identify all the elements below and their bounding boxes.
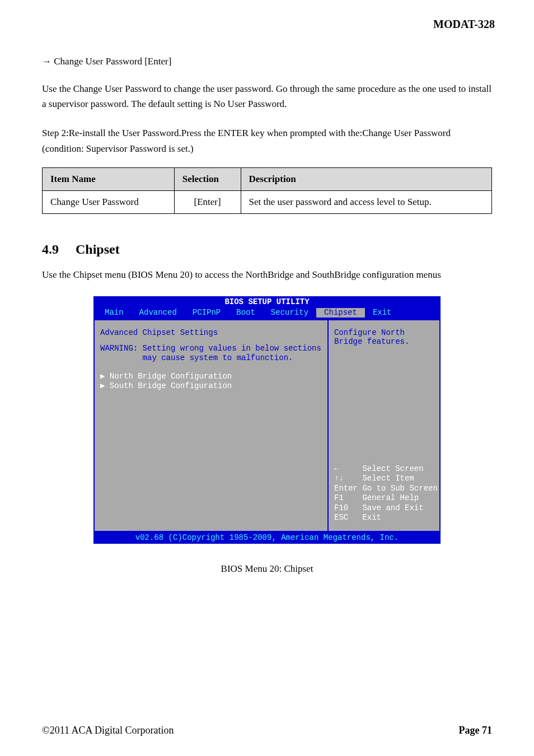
table-row: Change User Password [Enter] Set the use… xyxy=(43,190,492,213)
bios-tab-advanced[interactable]: Advanced xyxy=(132,308,185,318)
footer-copyright: ©2011 ACA Digital Corporation xyxy=(42,725,174,736)
bios-tab-pcipnp[interactable]: PCIPnP xyxy=(185,308,228,318)
table-header-selection: Selection xyxy=(174,167,241,190)
heading-text: Chipset xyxy=(76,242,120,256)
bios-submenu-south[interactable]: ▶ South Bridge Configuration xyxy=(100,381,322,391)
table-cell-item: Change User Password xyxy=(43,190,175,213)
bios-warning: WARNING: Setting wrong values in below s… xyxy=(100,344,322,363)
page-header: MODAT-328 xyxy=(433,18,495,31)
bios-tab-main[interactable]: Main xyxy=(97,308,132,318)
heading-description: Use the Chipset menu (BIOS Menu 20) to a… xyxy=(42,267,492,282)
bios-key-hints: ← Select Screen ↑↓ Select Item Enter Go … xyxy=(334,464,434,523)
table-cell-description: Set the user password and access level t… xyxy=(241,190,491,213)
option-description: Use the Change User Password to change t… xyxy=(42,81,492,111)
table-header-description: Description xyxy=(241,167,491,190)
bios-tab-security[interactable]: Security xyxy=(263,308,316,318)
bios-tab-boot[interactable]: Boot xyxy=(228,308,263,318)
heading-number: 4.9 xyxy=(42,242,59,256)
step-description: Step 2:Re-install the User Password.Pres… xyxy=(42,125,492,156)
bios-title: BIOS SETUP UTILITY xyxy=(93,296,441,308)
table-cell-selection: [Enter] xyxy=(174,190,241,213)
bios-submenu-north[interactable]: ▶ North Bridge Configuration xyxy=(100,372,322,381)
bios-tabs: Main Advanced PCIPnP Boot Security Chips… xyxy=(93,308,441,319)
bios-tab-exit[interactable]: Exit xyxy=(365,308,400,318)
options-table: Item Name Selection Description Change U… xyxy=(42,167,492,214)
bios-panel-title: Advanced Chipset Settings xyxy=(100,328,322,338)
section-heading: 4.9Chipset xyxy=(42,242,492,257)
table-header-item: Item Name xyxy=(43,167,175,190)
footer-page-number: Page 71 xyxy=(459,725,492,736)
option-label: → Change User Password [Enter] xyxy=(42,56,492,67)
bios-tab-chipset[interactable]: Chipset xyxy=(316,308,365,318)
bios-help-text: Configure North Bridge features. xyxy=(334,328,434,347)
bios-footer: v02.68 (C)Copyright 1985-2009, American … xyxy=(93,532,441,544)
page-footer: ©2011 ACA Digital Corporation Page 71 xyxy=(0,725,534,736)
bios-screenshot: BIOS SETUP UTILITY Main Advanced PCIPnP … xyxy=(93,296,441,544)
bios-left-panel: Advanced Chipset Settings WARNING: Setti… xyxy=(95,319,327,532)
figure-label: BIOS Menu 20: Chipset xyxy=(42,563,492,575)
bios-right-panel: Configure North Bridge features. ← Selec… xyxy=(327,319,439,532)
